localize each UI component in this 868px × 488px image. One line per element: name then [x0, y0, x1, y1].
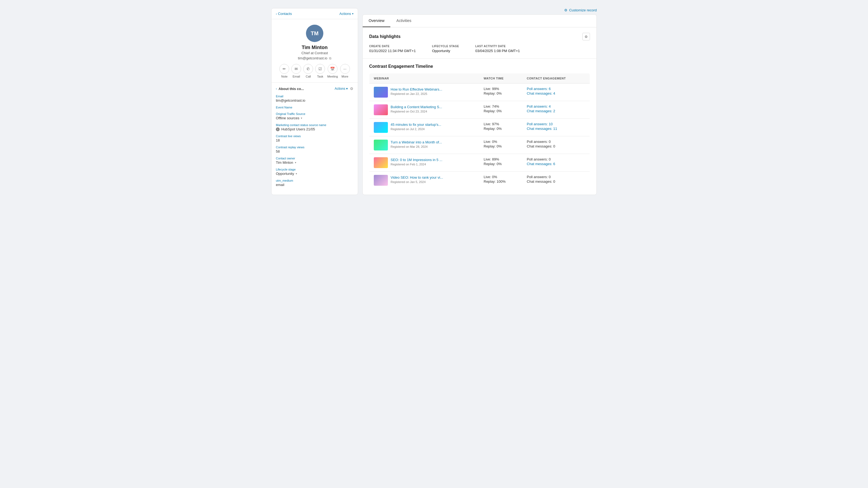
sidebar: ‹ Contacts Actions ▾ TM Tim Minton Chief… [271, 8, 358, 195]
engagement-cell-row-4: Poll answers: 0 Chat messages: 0 [522, 136, 590, 154]
about-section: ‹ About this co... Actions ▾ ⚙ Email tim… [272, 83, 358, 194]
webinar-thumbnail [374, 122, 388, 133]
contact-email: tim@getcontrast.io [298, 56, 328, 60]
engagement-cell-row-5: Poll answers: 0 Chat messages: 6 [522, 154, 590, 172]
contact-profile: TM Tim Minton Chief at Contrast tim@getc… [272, 19, 358, 83]
content-card: Overview Activities Data highlights ⚙ CR… [362, 14, 597, 195]
meeting-icon: 📅 [328, 64, 337, 74]
note-action[interactable]: ✏ Note [279, 64, 289, 78]
traffic-dropdown-icon[interactable]: ▾ [301, 117, 302, 120]
watch-time-cell-row-3: Live: 97% Replay: 0% [479, 119, 522, 136]
table-row: 45 minutes to fix your startup's... Regi… [369, 119, 590, 136]
meeting-action[interactable]: 📅 Meeting [327, 64, 338, 78]
field-lifecycle-stage: Lifecycle stage Opportunity ▾ [276, 168, 353, 176]
engagement-chat[interactable]: Chat messages: 11 [527, 127, 585, 131]
webinar-title-link[interactable]: Building a Content Marketing S... [391, 105, 442, 109]
field-lifecycle-value-row: Opportunity ▾ [276, 172, 353, 176]
watch-time-replay: Replay: 0% [484, 127, 518, 131]
webinar-cell-row-1: How to Run Effective Webinars... Registe… [369, 84, 479, 101]
engagement-section: Contrast Engagement Timeline WEBINAR WAT… [363, 59, 596, 195]
about-chevron-icon[interactable]: ‹ [276, 87, 277, 90]
watch-time-cell-row-5: Live: 89% Replay: 0% [479, 154, 522, 172]
field-traffic-value: Offline sources [276, 116, 299, 120]
webinar-cell-inner: Turn a Webinar into a Month of... Regist… [374, 140, 475, 151]
tab-activities[interactable]: Activities [390, 14, 417, 27]
table-row: How to Run Effective Webinars... Registe… [369, 84, 590, 101]
actions-button[interactable]: Actions ▾ [339, 12, 353, 16]
webinar-title-link[interactable]: SEO: 0 to 1M Impressions in 5 ... [391, 158, 442, 162]
watch-time-replay: Replay: 100% [484, 180, 518, 184]
owner-dropdown-icon[interactable]: ▾ [295, 161, 296, 164]
about-gear-icon[interactable]: ⚙ [350, 87, 353, 91]
field-live-views: Contrast live views 18 [276, 134, 353, 142]
email-action[interactable]: ✉ Email [291, 64, 301, 78]
webinar-cell-row-6: Video SEO: How to rank your vi... Regist… [369, 172, 479, 189]
watch-time-replay: Replay: 0% [484, 91, 518, 95]
webinar-registered: Registered on Feb 1, 2024 [391, 163, 442, 166]
watch-time-live: Live: 97% [484, 122, 518, 126]
about-title: About this co... [279, 87, 304, 91]
field-utm-label: utm_medium [276, 179, 353, 182]
actions-caret-icon: ▾ [352, 12, 353, 15]
field-lifecycle-value: Opportunity [276, 172, 294, 176]
webinar-cell-row-2: Building a Content Marketing S... Regist… [369, 101, 479, 119]
webinar-title-link[interactable]: How to Run Effective Webinars... [391, 87, 442, 91]
field-lifecycle-label: Lifecycle stage [276, 168, 353, 171]
webinar-cell-inner: Building a Content Marketing S... Regist… [374, 104, 475, 115]
call-label: Call [306, 75, 311, 78]
engagement-poll[interactable]: Poll answers: 10 [527, 122, 585, 126]
table-row: SEO: 0 to 1M Impressions in 5 ... Regist… [369, 154, 590, 172]
engagement-poll[interactable]: Poll answers: 6 [527, 87, 585, 91]
avatar: TM [306, 25, 323, 42]
copy-icon[interactable]: ⧉ [329, 56, 332, 60]
webinar-title-link[interactable]: Turn a Webinar into a Month of... [391, 140, 442, 144]
field-event-name-label: Event Name [276, 106, 353, 109]
about-actions-button[interactable]: Actions ▾ [335, 87, 348, 91]
note-label: Note [281, 75, 287, 78]
table-header-row: WEBINAR WATCH TIME CONTACT ENGAGEMENT [369, 73, 590, 84]
highlight-create-date-value: 01/31/2022 11:34 PM GMT+1 [369, 49, 416, 53]
webinar-cell-inner: How to Run Effective Webinars... Registe… [374, 87, 475, 98]
webinar-registered: Registered on Oct 23, 2024 [391, 110, 442, 113]
webinar-registered: Registered on Mar 28, 2024 [391, 145, 442, 148]
webinar-thumbnail [374, 87, 388, 98]
more-action[interactable]: ··· More [340, 64, 350, 78]
field-contact-owner: Contact owner Tim Minton ▾ [276, 157, 353, 165]
engagement-poll[interactable]: Poll answers: 4 [527, 104, 585, 108]
field-replay-views-label: Contrast replay views [276, 145, 353, 149]
field-utm-medium: utm_medium email [276, 179, 353, 187]
engagement-chat[interactable]: Chat messages: 2 [527, 109, 585, 113]
top-bar: ⚙ Customize record [362, 8, 597, 12]
field-owner-value-row: Tim Minton ▾ [276, 161, 353, 165]
watch-time-replay: Replay: 0% [484, 109, 518, 113]
webinar-registered: Registered on Jul 2, 2024 [391, 127, 441, 131]
highlights-gear-icon[interactable]: ⚙ [582, 33, 590, 40]
webinar-title-link[interactable]: 45 minutes to fix your startup's... [391, 123, 441, 127]
field-traffic-value-row: Offline sources ▾ [276, 116, 353, 120]
engagement-chat[interactable]: Chat messages: 4 [527, 91, 585, 95]
about-title-row: ‹ About this co... [276, 87, 304, 91]
field-email: Email tim@getcontrast.io [276, 95, 353, 102]
watch-time-cell-row-2: Live: 74% Replay: 0% [479, 101, 522, 119]
tabs-bar: Overview Activities [363, 14, 596, 27]
data-highlights-header: Data highlights ⚙ [369, 33, 590, 40]
col-watch-time: WATCH TIME [479, 73, 522, 84]
field-email-label: Email [276, 95, 353, 98]
engagement-cell-row-2: Poll answers: 4 Chat messages: 2 [522, 101, 590, 119]
contacts-link[interactable]: ‹ Contacts [276, 12, 292, 16]
webinar-info: Video SEO: How to rank your vi... Regist… [391, 175, 443, 184]
task-action[interactable]: ☑ Task [315, 64, 325, 78]
info-icon: i [276, 127, 280, 131]
contact-name: Tim Minton [302, 45, 328, 51]
watch-time-cell-row-6: Live: 0% Replay: 100% [479, 172, 522, 189]
engagement-title: Contrast Engagement Timeline [369, 64, 590, 69]
engagement-chat[interactable]: Chat messages: 6 [527, 162, 585, 166]
tab-overview[interactable]: Overview [363, 14, 390, 27]
call-action[interactable]: ✆ Call [303, 64, 313, 78]
webinar-title-link[interactable]: Video SEO: How to rank your vi... [391, 175, 443, 180]
col-webinar: WEBINAR [369, 73, 479, 84]
engagement-table: WEBINAR WATCH TIME CONTACT ENGAGEMENT Ho… [369, 73, 590, 189]
webinar-thumbnail [374, 104, 388, 115]
customize-record-button[interactable]: ⚙ Customize record [564, 8, 597, 12]
lifecycle-dropdown-icon[interactable]: ▾ [296, 172, 297, 175]
